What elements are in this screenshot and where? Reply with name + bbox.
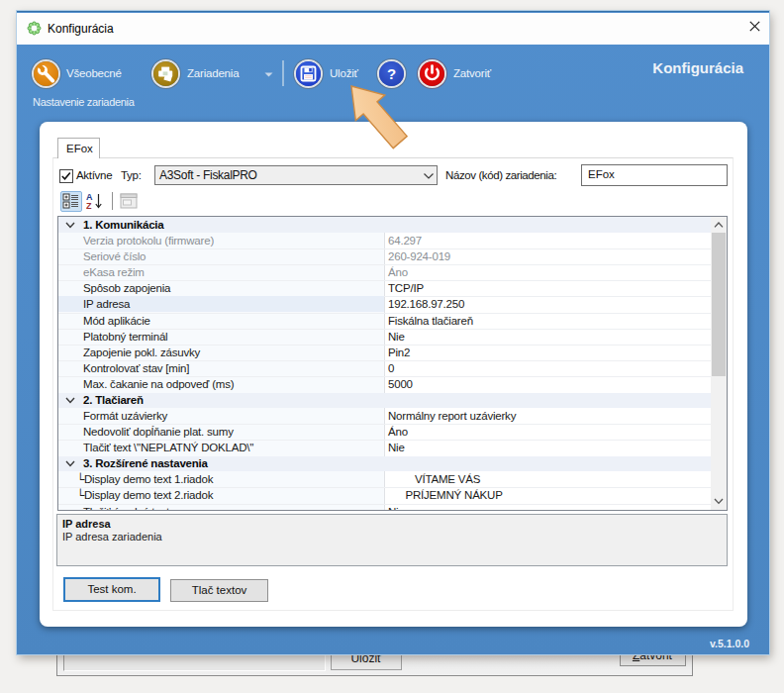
svg-text:Z: Z — [86, 201, 92, 211]
